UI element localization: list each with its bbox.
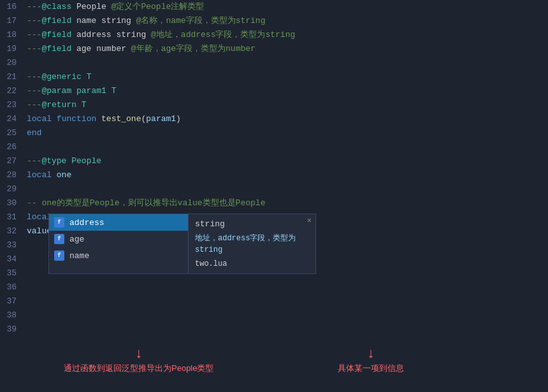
line-number: 22 <box>0 84 24 98</box>
line-number: 29 <box>0 182 24 196</box>
token <box>52 114 57 124</box>
line-number: 32 <box>0 224 24 238</box>
line-number: 31 <box>0 210 24 224</box>
code-line: 23---@return T <box>0 98 548 112</box>
token: end <box>27 128 41 138</box>
autocomplete-item[interactable]: fname <box>49 247 188 264</box>
token: param1 <box>146 114 176 124</box>
token: param1 T <box>71 86 116 96</box>
line-content <box>24 323 548 337</box>
token: --- <box>27 72 41 82</box>
code-line: 18---@field address string @地址，address字段… <box>0 28 548 42</box>
field-icon: f <box>54 234 64 244</box>
detail-file: two.lua <box>195 259 309 268</box>
autocomplete-detail: × string 地址，address字段，类型为string two.lua <box>189 214 316 274</box>
token: @field <box>41 30 71 40</box>
autocomplete-item[interactable]: fage <box>49 231 188 247</box>
code-line: 28local one <box>0 168 548 182</box>
line-number: 24 <box>0 112 24 126</box>
line-number: 28 <box>0 168 24 182</box>
code-line: 27---@type People <box>0 154 548 168</box>
token: @定义个People注解类型 <box>112 2 205 11</box>
token: ) <box>176 114 181 124</box>
line-number: 37 <box>0 294 24 309</box>
line-number: 16 <box>0 0 24 14</box>
line-number: 17 <box>0 14 24 28</box>
code-line: 20 <box>0 56 548 70</box>
code-line: 29 <box>0 182 548 196</box>
token: --- <box>27 2 41 11</box>
code-line: 26 <box>0 140 548 154</box>
line-number: 19 <box>0 42 24 56</box>
token: --- <box>27 16 41 25</box>
token <box>96 114 101 124</box>
token: --- <box>27 44 41 54</box>
detail-description: 地址，address字段，类型为string <box>195 233 309 256</box>
line-number: 39 <box>0 323 24 337</box>
code-line: 16---@class People @定义个People注解类型 <box>0 0 548 14</box>
code-line: 36 <box>0 280 548 294</box>
right-annotation-text: 具体某一项到信息 <box>338 363 404 374</box>
item-label: address <box>69 218 105 228</box>
token: @年龄，age字段，类型为number <box>131 44 256 54</box>
code-line: 19---@field age number @年龄，age字段，类型为numb… <box>0 42 548 56</box>
line-content: -- one的类型是People，则可以推导出value类型也是People <box>24 196 548 210</box>
code-line: 17---@field name string @名称，name字段，类型为st… <box>0 14 548 28</box>
code-line: 21---@generic T <box>0 70 548 84</box>
code-line: 25end <box>0 126 548 140</box>
token: address string <box>71 30 151 40</box>
line-content <box>24 294 548 309</box>
token: test_one <box>101 114 141 124</box>
line-content: ---@param param1 T <box>24 84 548 98</box>
token: @地址，address字段，类型为string <box>151 30 295 40</box>
close-icon[interactable]: × <box>307 217 312 226</box>
autocomplete-item[interactable]: faddress <box>49 214 188 231</box>
code-line: 37 <box>0 294 548 309</box>
line-content: ---@field name string @名称，name字段，类型为stri… <box>24 14 548 28</box>
detail-type: string <box>195 219 309 229</box>
token: --- <box>27 30 41 40</box>
token: T <box>76 100 87 110</box>
line-content: ---@class People @定义个People注解类型 <box>24 0 548 14</box>
token: @field <box>41 16 71 25</box>
line-content <box>24 280 548 294</box>
line-number: 26 <box>0 140 24 154</box>
right-annotation: ↓ 具体某一项到信息 <box>338 347 404 374</box>
token: T <box>82 72 92 82</box>
line-number: 38 <box>0 309 24 323</box>
token: local <box>27 170 52 180</box>
line-number: 30 <box>0 196 24 210</box>
code-line: 22---@param param1 T <box>0 84 548 98</box>
token: @field <box>41 44 71 54</box>
token: --- <box>27 100 41 110</box>
code-line: 38 <box>0 309 548 323</box>
line-content <box>24 56 548 70</box>
token: People <box>71 2 111 11</box>
code-area: 16---@class People @定义个People注解类型17---@f… <box>0 0 548 337</box>
line-content <box>24 182 548 196</box>
token: age number <box>71 44 131 54</box>
left-arrow-icon: ↓ <box>134 347 143 361</box>
item-label: age <box>69 235 84 244</box>
line-content: ---@field address string @地址，address字段，类… <box>24 28 548 42</box>
line-number: 20 <box>0 56 24 70</box>
line-number: 33 <box>0 238 24 252</box>
line-content: end <box>24 126 548 140</box>
line-number: 35 <box>0 266 24 280</box>
token: @type <box>41 156 66 166</box>
line-number: 25 <box>0 126 24 140</box>
line-content: local function test_one(param1) <box>24 112 548 126</box>
code-line: 24local function test_one(param1) <box>0 112 548 126</box>
token: -- one的类型是People，则可以推导出value类型也是People <box>27 198 265 208</box>
line-number: 23 <box>0 98 24 112</box>
token: function <box>57 114 96 124</box>
line-content: ---@return T <box>24 98 548 112</box>
token: --- <box>27 86 41 96</box>
token: @名称，name字段，类型为string <box>136 16 266 25</box>
left-annotation-text: 通过函数到返回泛型推导出为People类型 <box>64 363 213 374</box>
line-number: 34 <box>0 252 24 266</box>
field-icon: f <box>54 250 64 261</box>
right-arrow-icon: ↓ <box>366 347 375 361</box>
line-content: ---@field age number @年龄，age字段，类型为number <box>24 42 548 56</box>
line-content: ---@generic T <box>24 70 548 84</box>
